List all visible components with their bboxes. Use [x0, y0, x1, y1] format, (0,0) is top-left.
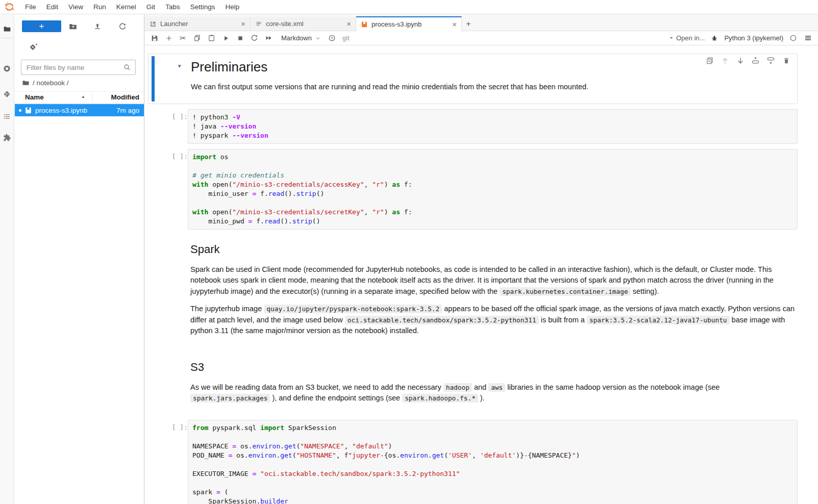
menubar: File Edit View Run Kernel Git Tabs Setti…: [0, 0, 818, 14]
copy-button[interactable]: [190, 32, 204, 44]
sidebar-tab-extensions[interactable]: [0, 131, 14, 144]
sort-ascending-icon[interactable]: ▲: [81, 94, 85, 99]
running-sessions-icon: [3, 64, 11, 73]
delete-cell-button[interactable]: [782, 56, 790, 65]
cell-prompt: [170, 54, 188, 104]
tab-label[interactable]: process-s3.ipynb: [371, 20, 449, 28]
menu-item-help[interactable]: Help: [220, 0, 244, 14]
cell-collapser-bar[interactable]: [152, 56, 155, 102]
upload-button[interactable]: [92, 22, 103, 31]
git-clone-button[interactable]: [28, 42, 39, 53]
stop-button[interactable]: [233, 32, 247, 44]
menu-item-run[interactable]: Run: [88, 0, 111, 14]
code-cell[interactable]: [ ]:from pyspark.sql import SparkSession…: [148, 420, 798, 504]
code-line: from pyspark.sql import SparkSession: [192, 423, 793, 433]
column-name-header[interactable]: Name: [25, 93, 44, 101]
menu-item-kernel[interactable]: Kernel: [111, 0, 141, 14]
open-in-dropdown[interactable]: Open in...: [669, 34, 705, 42]
file-row-selected[interactable]: process-s3.ipynb 7m ago: [15, 104, 144, 116]
execution-time-button[interactable]: [325, 32, 339, 44]
sidebar-tab-files[interactable]: [0, 22, 14, 36]
menu-item-tabs[interactable]: Tabs: [160, 0, 185, 14]
hamburger-menu-icon: [804, 34, 812, 42]
code-line: with open("/minio-s3-credentials/secretK…: [192, 208, 793, 217]
markdown-paragraph: As we will be reading data from an S3 bu…: [190, 382, 798, 404]
cut-button[interactable]: ✂: [176, 32, 190, 44]
chevron-down-icon: [669, 36, 674, 40]
breadcrumb[interactable]: / notebook /: [22, 78, 69, 88]
debugger-button[interactable]: [709, 32, 720, 44]
markdown-cell[interactable]: ▾PreliminariesWe can first output some v…: [148, 54, 798, 104]
notebook-panel[interactable]: ▾PreliminariesWe can first output some v…: [144, 45, 818, 504]
inline-code: hadoop: [443, 383, 472, 392]
kernel-idle-circle-icon: [789, 34, 797, 42]
run-all-button[interactable]: [262, 32, 276, 44]
code-editor[interactable]: import os # get minio credentialswith op…: [188, 149, 798, 230]
code-line: spark = (: [192, 488, 793, 497]
duplicate-cell-button[interactable]: [705, 56, 714, 65]
code-cell[interactable]: [ ]:! python3 -V! java --version! pyspar…: [148, 109, 798, 144]
move-cell-up-button[interactable]: [721, 56, 729, 65]
new-launcher-button[interactable]: [22, 20, 61, 32]
restart-kernel-button[interactable]: [247, 32, 261, 44]
notebook-tools-menu-button[interactable]: [803, 32, 813, 44]
arrow-down-icon: [736, 57, 745, 65]
inline-code: aws: [488, 383, 505, 392]
menu-item-view[interactable]: View: [63, 0, 88, 14]
markdown-paragraph: Spark can be used in Client mode (recomm…: [190, 264, 798, 297]
insert-cell-below-button[interactable]: [766, 56, 775, 65]
code-cell[interactable]: [ ]:import os # get minio credentialswit…: [148, 149, 798, 230]
heading-collapser-icon[interactable]: ▾: [178, 63, 181, 69]
menu-item-git[interactable]: Git: [141, 0, 160, 14]
tab-process-s3-ipynb[interactable]: process-s3.ipynb ×: [356, 16, 462, 31]
sidebar-tab-git[interactable]: [0, 87, 14, 100]
markdown-cell[interactable]: SparkSpark can be used in Client mode (r…: [148, 235, 798, 347]
code-line: [192, 162, 793, 171]
new-folder-button[interactable]: [68, 22, 78, 31]
fast-forward-icon: [265, 34, 272, 42]
kernel-status-indicator[interactable]: [788, 32, 798, 44]
inline-code: quay.io/jupyter/pyspark-notebook:spark-3…: [264, 305, 442, 313]
sidebar-tab-running[interactable]: [0, 62, 14, 75]
markdown-cell[interactable]: S3As we will be reading data from an S3 …: [148, 352, 798, 415]
home-folder-icon: [22, 79, 30, 87]
breadcrumb-path[interactable]: / notebook /: [33, 79, 69, 87]
markdown-heading: Spark: [190, 243, 798, 256]
code-line: NAMESPACE = os.environ.get("NAMESPACE", …: [192, 442, 793, 451]
code-editor[interactable]: from pyspark.sql import SparkSession NAM…: [188, 420, 798, 504]
insert-cell-above-button[interactable]: [751, 56, 760, 65]
close-icon[interactable]: ×: [452, 20, 457, 28]
close-icon[interactable]: ×: [346, 20, 351, 28]
tab-label[interactable]: Launcher: [160, 20, 237, 28]
kernel-name[interactable]: Python 3 (ipykernel): [724, 34, 783, 42]
menu-item-edit[interactable]: Edit: [41, 0, 63, 14]
add-cell-button[interactable]: [162, 32, 176, 44]
inline-code: oci.stackable.tech/sandbox/spark:3.5.2-p…: [345, 316, 539, 324]
inline-code: spark:3.5.2-scala2.12-java17-ubuntu: [587, 316, 730, 324]
code-editor[interactable]: ! python3 -V! java --version! pyspark --…: [188, 109, 798, 144]
cell-type-value: Markdown: [281, 34, 312, 42]
tab-launcher[interactable]: Launcher ×: [145, 17, 251, 31]
code-line: POD_NAME = os.environ.get("HOSTNAME", f"…: [192, 451, 793, 460]
chevron-down-icon: [315, 36, 320, 41]
column-modified-header[interactable]: Modified: [111, 93, 140, 101]
menu-item-settings[interactable]: Settings: [185, 0, 220, 14]
save-button[interactable]: [147, 32, 161, 44]
tab-label[interactable]: core-site.xml: [266, 20, 343, 28]
insert-below-icon: [766, 56, 775, 65]
table-of-contents-icon: [3, 112, 11, 121]
refresh-button[interactable]: [117, 22, 128, 31]
code-line: EXECUTOR_IMAGE = "oci.stackable.tech/san…: [192, 469, 793, 478]
cell-type-dropdown[interactable]: Markdown: [276, 34, 325, 42]
main-area: Launcher × core-site.xml × process-s3.ip…: [144, 14, 818, 504]
close-icon[interactable]: ×: [241, 20, 245, 28]
paste-button[interactable]: [205, 32, 218, 44]
menu-item-file[interactable]: File: [20, 0, 41, 14]
code-line: [192, 478, 793, 488]
sidebar-tab-toc[interactable]: [0, 110, 14, 123]
filter-files-input[interactable]: [26, 63, 123, 72]
run-button[interactable]: [219, 32, 233, 44]
move-cell-down-button[interactable]: [736, 56, 745, 65]
tab-core-site-xml[interactable]: core-site.xml ×: [251, 17, 356, 31]
new-tab-button[interactable]: +: [462, 17, 475, 31]
